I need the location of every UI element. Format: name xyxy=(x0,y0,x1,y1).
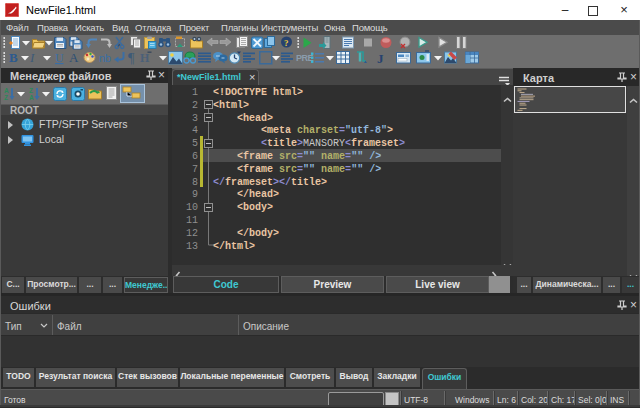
svg-text:I: I xyxy=(29,50,35,65)
svg-text:A: A xyxy=(29,94,34,101)
svg-text:A: A xyxy=(69,50,79,65)
svg-text:PRE: PRE xyxy=(296,53,314,63)
svg-text:?: ? xyxy=(284,38,289,48)
svg-text:J: J xyxy=(377,51,384,66)
svg-text:H: H xyxy=(140,51,150,65)
svg-text:Z: Z xyxy=(4,94,8,101)
svg-text:U: U xyxy=(55,51,64,65)
svg-text:¶: ¶ xyxy=(128,51,135,66)
svg-text:Z: Z xyxy=(29,87,33,94)
svg-text:A: A xyxy=(4,87,9,94)
svg-text:nb: nb xyxy=(99,52,111,64)
svg-text:B: B xyxy=(9,50,18,65)
